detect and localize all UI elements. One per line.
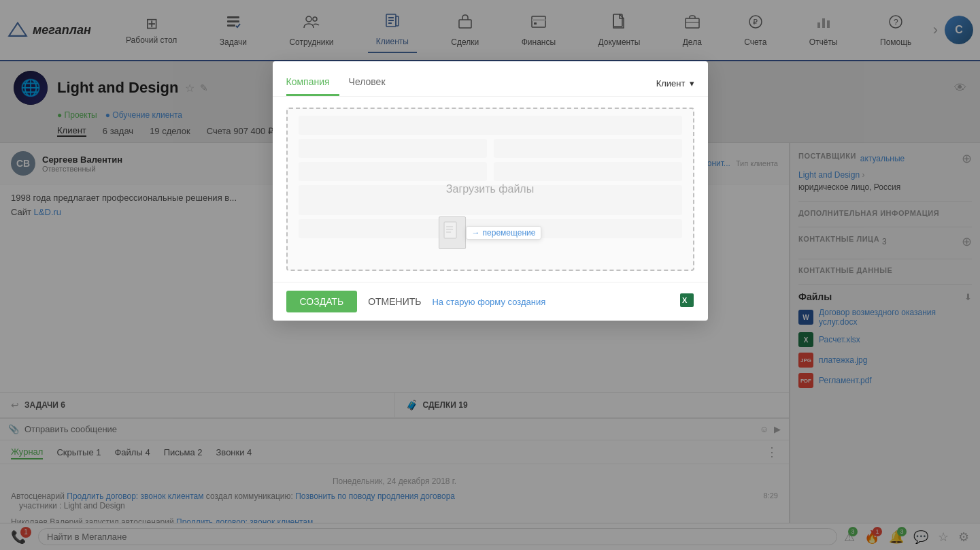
modal-type-label: Клиент bbox=[656, 78, 686, 88]
old-form-button[interactable]: На старую форму создания bbox=[432, 297, 545, 307]
svg-rect-29 bbox=[446, 231, 451, 233]
modal-body: Загрузить файлы → перемещение bbox=[273, 97, 708, 282]
modal-tab-company[interactable]: Компания bbox=[286, 71, 339, 96]
drag-indicator: → перемещение bbox=[439, 216, 542, 249]
modal-header: Компания Человек Клиент ▾ bbox=[273, 61, 708, 97]
drag-arrow-box: → перемещение bbox=[466, 226, 542, 240]
modal-footer: СОЗДАТЬ ОТМЕНИТЬ На старую форму создани… bbox=[273, 282, 708, 321]
drag-paper bbox=[439, 216, 466, 249]
svg-text:X: X bbox=[682, 296, 688, 304]
svg-rect-28 bbox=[446, 229, 453, 230]
create-modal: Компания Человек Клиент ▾ bbox=[273, 61, 708, 321]
svg-rect-27 bbox=[446, 226, 453, 227]
modal-overlay[interactable]: Компания Человек Клиент ▾ bbox=[0, 0, 980, 550]
upload-text: Загрузить файлы bbox=[433, 183, 547, 195]
drag-label: перемещение bbox=[483, 228, 536, 238]
arrow-icon: → bbox=[472, 228, 480, 238]
create-button[interactable]: СОЗДАТЬ bbox=[286, 291, 358, 312]
file-drop-zone[interactable]: Загрузить файлы → перемещение bbox=[286, 108, 694, 271]
cancel-button[interactable]: ОТМЕНИТЬ bbox=[365, 291, 424, 312]
modal-type-selector[interactable]: Клиент ▾ bbox=[656, 78, 694, 88]
excel-export-icon[interactable]: X bbox=[679, 293, 694, 311]
modal-type-chevron: ▾ bbox=[690, 78, 694, 88]
modal-tab-person[interactable]: Человек bbox=[349, 71, 395, 96]
